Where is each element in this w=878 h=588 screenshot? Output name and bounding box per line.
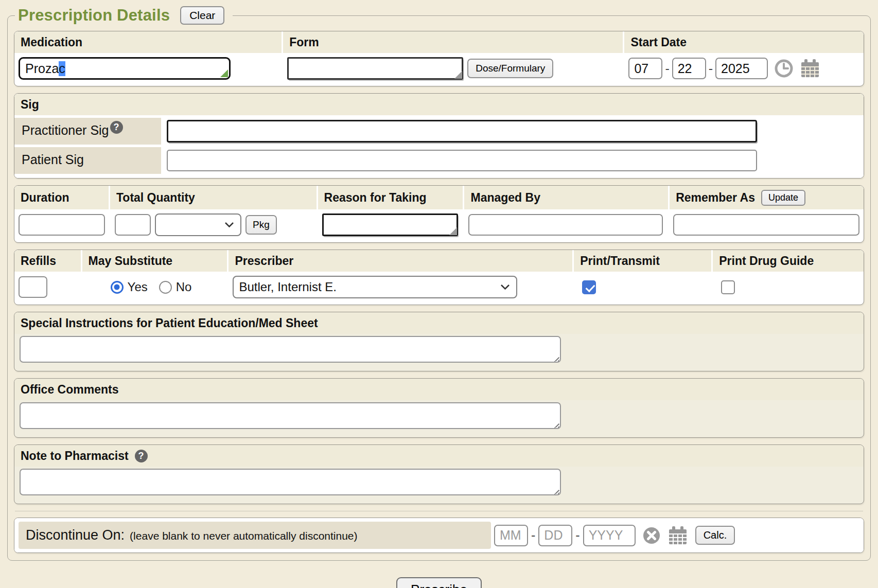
substitute-yes-label[interactable]: Yes	[128, 280, 148, 294]
note-to-pharmacist-header: Note to Pharmacist ?	[14, 445, 864, 467]
start-month-input[interactable]	[628, 58, 662, 79]
office-comments-section: Office Comments	[14, 378, 864, 438]
clear-button[interactable]: Clear	[180, 6, 224, 25]
discontinue-label: Discontinue On:	[26, 527, 125, 543]
remember-as-input[interactable]	[673, 214, 859, 236]
date-separator: -	[709, 61, 713, 76]
discontinue-year-input[interactable]	[583, 525, 636, 546]
start-day-input[interactable]	[672, 58, 706, 79]
special-instructions-header: Special Instructions for Patient Educati…	[14, 312, 864, 334]
details-section: Duration Total Quantity Reason for Takin…	[14, 185, 864, 243]
duration-header: Duration	[14, 186, 109, 209]
substitute-no-label[interactable]: No	[176, 280, 192, 294]
special-instructions-section: Special Instructions for Patient Educati…	[14, 312, 864, 371]
quantity-unit-select[interactable]	[155, 213, 241, 236]
prescriber-select[interactable]: Butler, Internist E.	[233, 276, 517, 298]
special-instructions-textarea[interactable]	[20, 336, 561, 363]
form-input-wrap	[287, 57, 463, 80]
fieldset-legend: Prescription Details Clear	[15, 6, 233, 25]
date-separator: -	[665, 61, 669, 76]
start-year-input[interactable]	[715, 58, 768, 79]
medication-selected-text: c	[59, 61, 65, 76]
medication-input[interactable]: Prozac	[19, 57, 231, 80]
chevron-down-icon	[224, 222, 234, 228]
prescriber-value: Butler, Internist E.	[239, 280, 336, 294]
practitioner-sig-label-cell: Practitioner Sig?	[14, 118, 161, 145]
note-to-pharmacist-label: Note to Pharmacist	[21, 449, 129, 463]
actions-row: Prescribe	[0, 577, 878, 588]
section-divider	[15, 511, 863, 511]
calendar-icon[interactable]	[668, 525, 688, 546]
medication-section: Medication Form Start Date Prozac Dose/F…	[14, 31, 864, 86]
resize-corner-icon	[449, 227, 457, 235]
page-title: Prescription Details	[18, 6, 170, 25]
update-button[interactable]: Update	[761, 190, 805, 206]
note-to-pharmacist-textarea[interactable]	[20, 469, 561, 495]
print-drug-guide-header: Print Drug Guide	[713, 250, 864, 272]
managed-by-header: Managed By	[464, 186, 668, 209]
reason-header: Reason for Taking	[318, 186, 463, 209]
prescription-details-fieldset: Prescription Details Clear Medication Fo…	[7, 6, 871, 561]
autocomplete-indicator-icon	[220, 69, 228, 77]
substitute-yes-radio[interactable]	[111, 281, 124, 294]
discontinue-hint: (leave blank to never automatically disc…	[130, 530, 357, 542]
duration-input[interactable]	[19, 214, 105, 236]
discontinue-section: Discontinue On: (leave blank to never au…	[14, 518, 864, 553]
managed-by-input[interactable]	[468, 214, 663, 236]
clock-icon[interactable]	[774, 58, 794, 79]
practitioner-sig-input[interactable]	[167, 120, 757, 142]
date-separator: -	[575, 528, 580, 543]
start-date-header: Start Date	[624, 31, 864, 53]
reason-input[interactable]	[322, 213, 458, 236]
clear-date-icon[interactable]	[642, 526, 661, 545]
form-input[interactable]	[287, 57, 463, 80]
resize-corner-icon	[454, 71, 462, 79]
reason-input-wrap	[322, 213, 458, 236]
print-drug-guide-checkbox[interactable]	[721, 280, 735, 294]
calc-button[interactable]: Calc.	[695, 526, 735, 545]
medication-text: Proza	[25, 61, 59, 76]
patient-sig-label-cell: Patient Sig	[14, 147, 161, 174]
remember-as-label: Remember As	[676, 191, 755, 205]
office-comments-header: Office Comments	[14, 379, 864, 400]
discontinue-month-input[interactable]	[494, 525, 528, 546]
patient-sig-input[interactable]	[167, 150, 757, 171]
refills-input[interactable]	[19, 276, 47, 298]
discontinue-label-cell: Discontinue On: (leave blank to never au…	[19, 522, 491, 549]
note-to-pharmacist-section: Note to Pharmacist ?	[14, 444, 864, 504]
print-transmit-checkbox[interactable]	[582, 280, 596, 294]
date-separator: -	[531, 528, 535, 543]
pkg-button[interactable]: Pkg	[245, 215, 277, 235]
form-header: Form	[283, 31, 623, 53]
may-substitute-header: May Substitute	[82, 250, 227, 272]
note-to-pharmacist-help-icon[interactable]: ?	[135, 450, 148, 462]
discontinue-day-input[interactable]	[538, 525, 572, 546]
patient-sig-label: Patient Sig	[22, 152, 84, 167]
practitioner-sig-help-icon[interactable]: ?	[110, 121, 123, 134]
refills-header: Refills	[14, 250, 81, 272]
sig-header: Sig	[14, 94, 864, 115]
total-quantity-header: Total Quantity	[110, 186, 317, 209]
practitioner-sig-label: Practitioner Sig	[22, 123, 109, 138]
print-transmit-header: Print/Transmit	[574, 250, 711, 272]
refills-section: Refills May Substitute Prescriber Print/…	[14, 250, 864, 305]
medication-header: Medication	[14, 31, 282, 53]
prescribe-button[interactable]: Prescribe	[396, 577, 482, 588]
office-comments-textarea[interactable]	[20, 402, 561, 429]
quantity-input[interactable]	[115, 214, 151, 236]
chevron-down-icon	[500, 284, 510, 290]
sig-section: Sig Practitioner Sig? Patient Sig	[14, 93, 864, 179]
calendar-icon[interactable]	[800, 58, 820, 79]
remember-as-header: Remember As Update	[670, 186, 864, 209]
prescriber-header: Prescriber	[229, 250, 572, 272]
substitute-no-radio[interactable]	[159, 281, 172, 294]
dose-formulary-button[interactable]: Dose/Formulary	[467, 59, 553, 78]
